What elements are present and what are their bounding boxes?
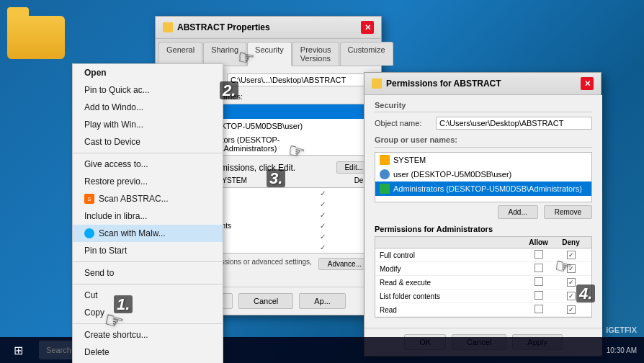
perms-user-user[interactable]: user (DESKTOP-U5M0DSB\user) (375, 167, 591, 182)
context-menu-give-access[interactable]: Give access to... (73, 156, 223, 173)
context-menu-copy[interactable]: Copy (73, 304, 223, 321)
tab-sharing[interactable]: Sharing (203, 42, 246, 66)
pfr-read: Read (375, 303, 591, 317)
perms-admin-icon (380, 184, 390, 194)
perms-user-list: SYSTEM user (DESKTOP-U5M0DSB\user) Admin… (375, 152, 592, 202)
properties-close-button[interactable]: ✕ (361, 21, 374, 34)
taskbar-right: 10:30 AM (607, 346, 644, 354)
separator-1 (73, 153, 223, 153)
perms-object-name-label: Object name: (375, 119, 436, 127)
perms-dialog-icon (372, 79, 382, 89)
separator-3 (73, 284, 223, 284)
malwarebytes-icon (84, 228, 94, 238)
perms-dialog-title: Permissions for ABSTRACT (386, 79, 501, 89)
dialog-folder-icon (163, 22, 173, 32)
scan-icon: S (84, 194, 94, 204)
perms-system-icon (380, 155, 390, 165)
perms-user-admin[interactable]: Administrators (DESKTOP-U5M0DSB\Administ… (375, 182, 591, 196)
context-menu-play[interactable]: Play with Win... (73, 116, 223, 133)
remove-button[interactable]: Remove (544, 205, 592, 219)
perms-close-button[interactable]: ✕ (581, 77, 594, 90)
start-button[interactable]: ⊞ (0, 337, 36, 363)
pfr-list-folder: List folder contents (375, 290, 591, 303)
context-menu-delete[interactable]: Delete (73, 344, 223, 361)
pfr-read-execute: Read & execute (375, 276, 591, 290)
perms-group-label: Group or user names: (375, 135, 592, 148)
folder-shape (7, 16, 65, 59)
cancel-button[interactable]: Cancel (238, 293, 293, 309)
perms-user-system[interactable]: SYSTEM (375, 153, 591, 167)
perms-user-icon (380, 169, 390, 179)
context-menu-pin-start[interactable]: Pin to Start (73, 242, 223, 259)
desktop: Open Pin to Quick ac... Add to Windo... … (0, 0, 644, 363)
advanced-button[interactable]: Advance... (318, 258, 371, 270)
context-menu-add-windows[interactable]: Add to Windo... (73, 99, 223, 116)
perms-object-name-value: C:\Users\user\Desktop\ABSTRACT (436, 117, 592, 130)
permissions-dialog: Permissions for ABSTRACT ✕ Security Obje… (364, 72, 601, 357)
object-name-value: C:\Users\...\Desktop\ABSTRACT (227, 73, 371, 86)
tab-general[interactable]: General (158, 42, 202, 66)
context-menu-restore[interactable]: Restore previo... (73, 173, 223, 190)
context-menu-open[interactable]: Open (73, 64, 223, 81)
tab-security[interactable]: Security (247, 42, 292, 66)
clock: 10:30 AM (607, 346, 637, 354)
context-menu-include-library[interactable]: Include in libra... (73, 207, 223, 225)
pfr-modify: Modify (375, 262, 591, 276)
tab-customize[interactable]: Customize (340, 42, 393, 66)
context-menu-create-shortcut[interactable]: Create shortcu... (73, 326, 223, 344)
add-button[interactable]: Add... (498, 205, 538, 219)
context-menu-scan-malware[interactable]: Scan with Malw... (73, 225, 223, 242)
context-menu-cast[interactable]: Cast to Device (73, 133, 223, 151)
context-menu-cut[interactable]: Cut (73, 287, 223, 304)
separator-2 (73, 261, 223, 262)
properties-title: ABSTRACT Properties (177, 22, 270, 32)
perms-full-table: Allow Deny Full control Modify Rea (375, 236, 592, 318)
perms-titlebar: Permissions for ABSTRACT ✕ (365, 73, 601, 95)
perms-body: Security Object name: C:\Users\user\Desk… (365, 95, 602, 328)
add-remove-row: Add... Remove (375, 205, 592, 219)
watermark: iGETFIX (606, 326, 637, 334)
security-label: Security (375, 101, 592, 112)
apply-button[interactable]: Ap... (299, 293, 346, 309)
folder-icon (7, 7, 72, 65)
perms-object-name-row: Object name: C:\Users\user\Desktop\ABSTR… (375, 117, 592, 130)
context-menu: Open Pin to Quick ac... Add to Windo... … (72, 63, 223, 363)
context-menu-pin-quick[interactable]: Pin to Quick ac... (73, 81, 223, 99)
properties-titlebar: ABSTRACT Properties ✕ (156, 17, 381, 39)
tab-bar: General Sharing Security Previous Versio… (156, 39, 381, 66)
pfr-full-control: Full control (375, 248, 591, 262)
separator-4 (73, 323, 223, 324)
tab-previous-versions[interactable]: Previous Versions (292, 42, 339, 66)
context-menu-scan-abstract[interactable]: S Scan ABSTRAC... (73, 190, 223, 207)
perms-for-admin-label: Permissions for Administrators (375, 225, 592, 233)
context-menu-send-to[interactable]: Send to (73, 264, 223, 282)
folder-tab (7, 7, 29, 16)
